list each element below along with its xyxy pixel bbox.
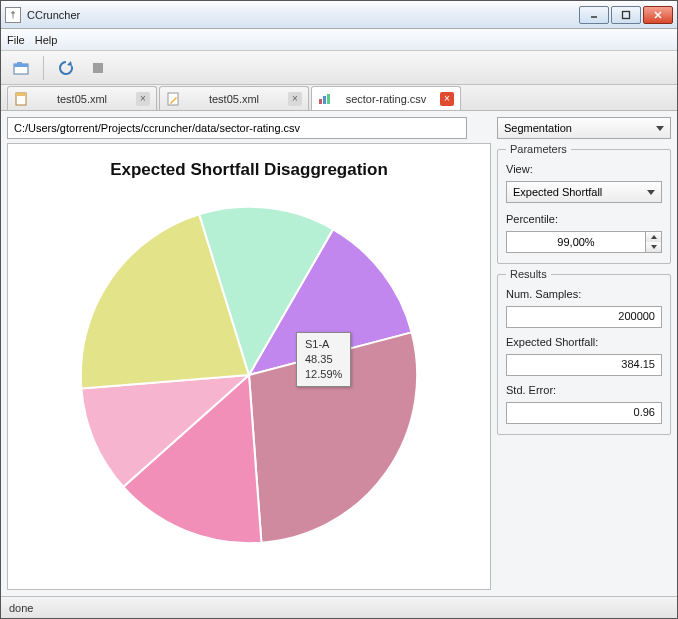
stderr-value: 0.96 (506, 402, 662, 424)
spin-up-button[interactable] (646, 232, 661, 242)
tooltip-value: 48.35 (305, 352, 342, 367)
parameters-legend: Parameters (506, 143, 571, 155)
stderr-label: Std. Error: (506, 384, 662, 396)
maximize-button[interactable] (611, 6, 641, 24)
es-label: Expected Shortfall: (506, 336, 662, 348)
tab-label: test05.xml (186, 93, 282, 105)
chart-title: Expected Shortfall Disaggregation (110, 160, 388, 180)
minimize-button[interactable] (579, 6, 609, 24)
edit-icon (166, 92, 180, 106)
side-panel: Parameters View: Expected Shortfall Perc… (497, 143, 671, 590)
pie-chart[interactable]: S1-A 48.35 12.59% (64, 190, 434, 560)
view-label: View: (506, 163, 662, 175)
svg-rect-12 (323, 96, 326, 104)
svg-rect-6 (17, 62, 22, 64)
tab-label: sector-rating.csv (338, 93, 434, 105)
svg-rect-7 (93, 63, 103, 73)
tab-label: test05.xml (34, 93, 130, 105)
svg-rect-1 (623, 11, 630, 18)
xml-icon (14, 92, 28, 106)
menu-file[interactable]: File (7, 34, 25, 46)
window-title: CCruncher (27, 9, 579, 21)
toolbar-separator (43, 56, 44, 80)
refresh-button[interactable] (52, 54, 80, 82)
svg-rect-9 (16, 93, 26, 96)
svg-rect-10 (168, 93, 178, 105)
chevron-down-icon (656, 126, 664, 131)
svg-rect-11 (319, 99, 322, 104)
spin-down-button[interactable] (646, 242, 661, 252)
svg-rect-13 (327, 94, 330, 104)
segmentation-label: Segmentation (504, 122, 572, 134)
statusbar: done (1, 596, 677, 618)
es-value: 384.15 (506, 354, 662, 376)
tooltip-percent: 12.59% (305, 367, 342, 382)
menu-help[interactable]: Help (35, 34, 58, 46)
stop-button[interactable] (84, 54, 112, 82)
chevron-down-icon (647, 190, 655, 195)
results-group: Results Num. Samples: 200000 Expected Sh… (497, 268, 671, 435)
content-area: Segmentation Expected Shortfall Disaggre… (1, 111, 677, 596)
chart-tooltip: S1-A 48.35 12.59% (296, 332, 351, 387)
percentile-input[interactable] (506, 231, 646, 253)
chart-panel: Expected Shortfall Disaggregation S1-A 4… (7, 143, 491, 590)
toolbar (1, 51, 677, 85)
results-legend: Results (506, 268, 551, 280)
tab-close-icon[interactable]: × (288, 92, 302, 106)
tab-close-icon[interactable]: × (440, 92, 454, 106)
app-window: † CCruncher File Help test05.xml × test0… (0, 0, 678, 619)
view-select[interactable]: Expected Shortfall (506, 181, 662, 203)
parameters-group: Parameters View: Expected Shortfall Perc… (497, 143, 671, 264)
close-button[interactable] (643, 6, 673, 24)
svg-rect-5 (14, 64, 28, 67)
num-samples-value: 200000 (506, 306, 662, 328)
segmentation-combo[interactable]: Segmentation (497, 117, 671, 139)
path-input[interactable] (7, 117, 467, 139)
percentile-spinner[interactable] (506, 231, 662, 253)
status-text: done (9, 602, 33, 614)
tabstrip: test05.xml × test05.xml × sector-rating.… (1, 85, 677, 111)
tab-test05-2[interactable]: test05.xml × (159, 86, 309, 110)
view-value: Expected Shortfall (513, 186, 602, 198)
percentile-label: Percentile: (506, 213, 662, 225)
titlebar[interactable]: † CCruncher (1, 1, 677, 29)
num-samples-label: Num. Samples: (506, 288, 662, 300)
tab-close-icon[interactable]: × (136, 92, 150, 106)
app-icon: † (5, 7, 21, 23)
open-file-button[interactable] (7, 54, 35, 82)
menubar: File Help (1, 29, 677, 51)
tab-test05-1[interactable]: test05.xml × (7, 86, 157, 110)
tooltip-name: S1-A (305, 337, 342, 352)
path-field[interactable] (7, 117, 467, 139)
chart-icon (318, 92, 332, 106)
tab-sector-rating[interactable]: sector-rating.csv × (311, 86, 461, 110)
